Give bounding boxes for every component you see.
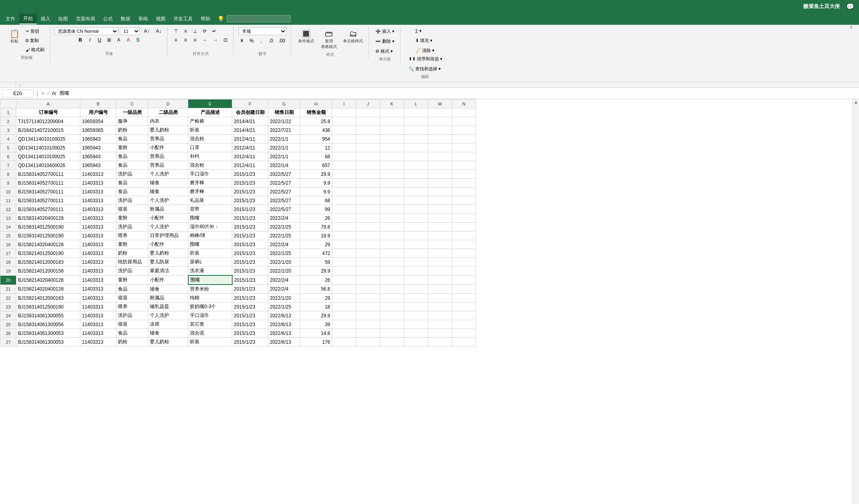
cell-D2[interactable]: 内衣 (148, 117, 188, 126)
cell-M14[interactable] (428, 223, 452, 231)
cell-F18[interactable]: 2015/1/23 (232, 258, 268, 267)
cell-M24[interactable] (428, 311, 452, 320)
left-align-button[interactable]: ≡ (171, 36, 180, 44)
cell-K15[interactable] (380, 231, 404, 240)
cell-M8[interactable] (428, 170, 452, 179)
cell-B12[interactable]: 11403313 (80, 205, 116, 214)
cell-H11[interactable]: 68 (300, 196, 332, 205)
cell-A13[interactable]: BJ158314020400128 (16, 214, 80, 223)
header-col-d[interactable]: 二级品类 (148, 108, 188, 117)
cell-B23[interactable]: 11403313 (80, 303, 116, 311)
cell-D17[interactable]: 婴儿奶粉 (148, 249, 188, 258)
cell-F25[interactable]: 2015/1/23 (232, 320, 268, 329)
cell-B26[interactable]: 11403313 (80, 329, 116, 338)
cell-M18[interactable] (428, 258, 452, 267)
row-number-8[interactable]: 8 (0, 170, 16, 179)
cell-J24[interactable] (356, 311, 380, 320)
cell-D18[interactable]: 婴儿防尿 (148, 258, 188, 267)
cell-H9[interactable]: 9.9 (300, 179, 332, 187)
cell-B13[interactable]: 11403313 (80, 214, 116, 223)
wrap-text-button[interactable]: ↵ (210, 27, 219, 35)
cell-G22[interactable]: 2022/1/20 (268, 294, 300, 303)
col-header-g[interactable]: G (268, 100, 300, 108)
cell-E25[interactable]: 其它类 (188, 320, 232, 329)
row-number-17[interactable]: 17 (0, 249, 16, 258)
cell-C21[interactable]: 食品 (116, 285, 148, 294)
cell-C16[interactable]: 童附 (116, 240, 148, 249)
row-number-21[interactable]: 21 (0, 285, 16, 294)
cell-H4[interactable]: 954 (300, 135, 332, 143)
cell-N12[interactable] (452, 205, 476, 214)
col-header-a[interactable]: A (16, 100, 80, 108)
cell-N26[interactable] (452, 329, 476, 338)
formula-cancel-icon[interactable]: ✕ (41, 91, 45, 96)
cut-button[interactable]: ✂剪切 (23, 27, 47, 36)
cell-M10[interactable] (428, 187, 452, 196)
row-number-11[interactable]: 11 (0, 196, 16, 205)
cell-N17[interactable] (452, 249, 476, 258)
cell-G15[interactable]: 2022/1/25 (268, 231, 300, 240)
cell-D11[interactable]: 个人洗护 (148, 196, 188, 205)
col-header-f[interactable]: F (232, 100, 268, 108)
cell-E5[interactable]: 口罩 (188, 143, 232, 152)
cell-F24[interactable]: 2015/1/23 (232, 311, 268, 320)
cell-D12[interactable]: 附属品 (148, 205, 188, 214)
cell-H18[interactable]: 59 (300, 258, 332, 267)
cell-D6[interactable]: 营养品 (148, 152, 188, 161)
cell-I11[interactable] (332, 196, 356, 205)
cell-K6[interactable] (380, 152, 404, 161)
row-number-26[interactable]: 26 (0, 329, 16, 338)
cell-A15[interactable]: BJ158314012500190 (16, 231, 80, 240)
cell-H26[interactable]: 14.8 (300, 329, 332, 338)
cell-H27[interactable]: 176 (300, 338, 332, 347)
menu-insert[interactable]: 插入 (37, 14, 54, 24)
cell-F9[interactable]: 2015/1/23 (232, 179, 268, 187)
delete-cell-button[interactable]: ➖ 删除 ▾ (373, 37, 397, 46)
cell-E4[interactable]: 混合粉 (188, 135, 232, 143)
cell-G18[interactable]: 2022/1/20 (268, 258, 300, 267)
cell-I10[interactable] (332, 187, 356, 196)
cell-E21[interactable]: 营养米粉 (188, 285, 232, 294)
cell-I26[interactable] (332, 329, 356, 338)
cell-B21[interactable]: 11403313 (80, 285, 116, 294)
cell-A3[interactable]: BJ164214072100015 (16, 126, 80, 135)
cell-K12[interactable] (380, 205, 404, 214)
formula-fx-icon[interactable]: fx (52, 91, 56, 96)
underline-button[interactable]: U (95, 36, 104, 44)
cell-E13[interactable]: 围嘴 (188, 214, 232, 223)
cell-C19[interactable]: 洗护品 (116, 267, 148, 276)
decrease-decimal-button[interactable]: .00 (276, 37, 288, 45)
cell-K2[interactable] (380, 117, 404, 126)
cell-A2[interactable]: TJ157114012200004 (16, 117, 80, 126)
cell-B5[interactable]: 1065943 (80, 143, 116, 152)
cell-G27[interactable]: 2022/6/13 (268, 338, 300, 347)
row-number-23[interactable]: 23 (0, 303, 16, 311)
cell-C20[interactable]: 童附 (116, 275, 148, 285)
cell-C26[interactable]: 食品 (116, 329, 148, 338)
row-number-19[interactable]: 19 (0, 267, 16, 276)
cell-G6[interactable]: 2022/1/1 (268, 152, 300, 161)
corner-cell[interactable] (0, 100, 16, 108)
cell-H16[interactable]: 29 (300, 240, 332, 249)
cell-E15[interactable]: 棉棒/球 (188, 231, 232, 240)
cell-F15[interactable]: 2015/1/23 (232, 231, 268, 240)
row-number-5[interactable]: 5 (0, 143, 16, 152)
cell-H8[interactable]: 29.9 (300, 170, 332, 179)
header-col-i[interactable] (332, 108, 356, 117)
chat-icon[interactable]: 💬 (845, 1, 856, 12)
cell-A7[interactable]: QD134114010400026 (16, 161, 80, 170)
cell-J15[interactable] (356, 231, 380, 240)
cell-L14[interactable] (404, 223, 428, 231)
cell-J5[interactable] (356, 143, 380, 152)
search-input[interactable] (227, 15, 291, 22)
cell-E10[interactable]: 磨牙棒 (188, 187, 232, 196)
row-number-15[interactable]: 15 (0, 231, 16, 240)
cell-F3[interactable]: 2014/4/21 (232, 126, 268, 135)
collapse-group-arrow[interactable]: ↓ (19, 83, 21, 87)
cell-E7[interactable]: 混合粉 (188, 161, 232, 170)
cell-G19[interactable]: 2022/1/20 (268, 267, 300, 276)
cell-J17[interactable] (356, 249, 380, 258)
cell-E16[interactable]: 围嘴 (188, 240, 232, 249)
header-col-n[interactable] (452, 108, 476, 117)
cell-K8[interactable] (380, 170, 404, 179)
